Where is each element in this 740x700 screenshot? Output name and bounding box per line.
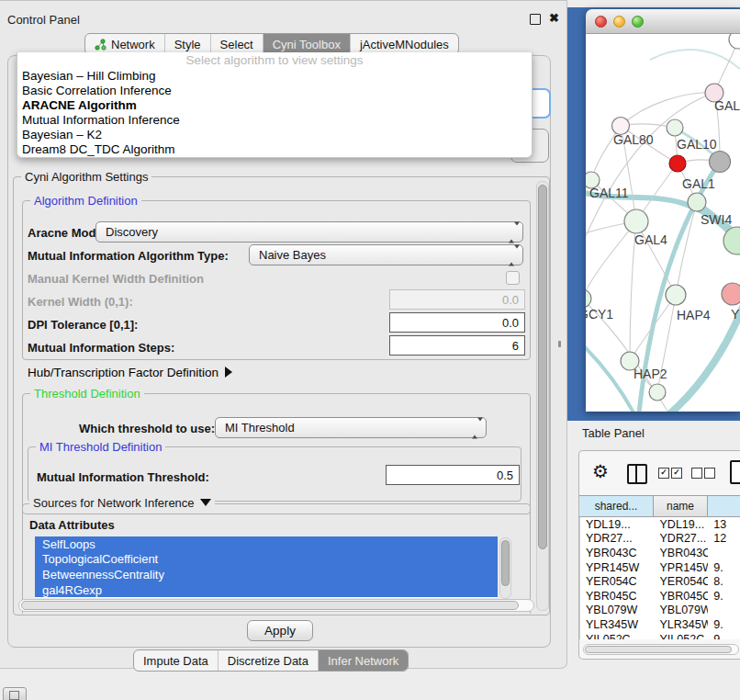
mi-threshold-group-title: MI Threshold Definition: [36, 440, 165, 454]
node-swi4[interactable]: [688, 193, 706, 211]
table-row[interactable]: YER054CYER054C8.: [580, 574, 740, 589]
network-canvas[interactable]: GALGAL80GAL10GAL1GAL11SWI4GAL4GCY1HAP4YH…: [586, 34, 740, 412]
sources-group-title[interactable]: Sources for Network Inference: [29, 496, 215, 510]
expanded-arrow-icon: [200, 499, 211, 506]
node-gcy1-label: GCY1: [586, 307, 613, 322]
network-window-titlebar[interactable]: [586, 9, 740, 34]
close-traffic-light-icon[interactable]: [595, 16, 607, 28]
mi-steps-label: Mutual Information Steps:: [28, 341, 174, 355]
table-row[interactable]: YDR27...YDR27...12: [580, 532, 740, 547]
node-gal10[interactable]: [667, 119, 683, 136]
control-panel-title: Control Panel: [7, 13, 80, 27]
node-gal1[interactable]: [669, 155, 686, 172]
table-cell: YDL19...: [580, 518, 655, 531]
kernel-width-field[interactable]: 0.0: [389, 289, 525, 310]
table-mode-gear-icon[interactable]: ⚙: [592, 460, 609, 482]
hub-definition-toggle[interactable]: Hub/Transcription Factor Definition: [28, 366, 232, 379]
attribute-item-selected[interactable]: SelfLoops: [35, 536, 498, 552]
node-salmon-label: Y: [731, 307, 740, 322]
table-row[interactable]: YDL19...YDL19...13: [580, 517, 740, 532]
show-columns-icon[interactable]: [627, 464, 647, 484]
close-icon[interactable]: ✖: [549, 11, 559, 25]
node-top-partial[interactable]: [729, 34, 740, 49]
mi-threshold-field[interactable]: 0.5: [386, 465, 520, 485]
minimize-traffic-light-icon[interactable]: [613, 16, 625, 28]
column-header-name[interactable]: name: [654, 496, 708, 516]
tab-network-label: Network: [111, 38, 155, 51]
dropdown-item[interactable]: Bayesian – Hill Climbing: [17, 69, 532, 84]
node-gal7-label: GAL: [714, 98, 740, 113]
table-cell: YPR145W: [580, 561, 655, 574]
minimized-panel-button[interactable]: [3, 687, 27, 700]
dropdown-item[interactable]: Mutual Information Inference: [17, 113, 532, 128]
tab-discretize-data[interactable]: Discretize Data: [218, 650, 318, 671]
table-cell: YBR045C: [580, 590, 655, 603]
tab-select[interactable]: Select: [210, 34, 263, 54]
new-table-icon[interactable]: [730, 460, 740, 484]
table-hscrollbar[interactable]: [583, 644, 739, 655]
table-row[interactable]: YBL079WYBL079W: [580, 604, 740, 618]
mi-type-combo[interactable]: Naive Bayes: [249, 244, 523, 265]
tab-network[interactable]: Network: [85, 34, 164, 54]
settings-group-title: Cyni Algorithm Settings: [21, 170, 151, 184]
algorithm-definition-title: Algorithm Definition: [30, 194, 141, 208]
threshold-definition-title: Threshold Definition: [30, 387, 144, 401]
table-cell: YBL079W: [580, 604, 655, 616]
dropdown-item[interactable]: Dream8 DC_TDC Algorithm: [17, 142, 532, 157]
table-row[interactable]: YIL052CYIL052C9: [580, 632, 740, 639]
float-window-icon[interactable]: [530, 14, 541, 25]
settings-hscrollbar[interactable]: [18, 599, 534, 612]
column-header-partial[interactable]: [708, 496, 740, 516]
dropdown-item[interactable]: ARACNE Algorithm: [17, 98, 532, 113]
attribute-item-selected[interactable]: BetweennessCentrality: [35, 567, 498, 582]
table-cell: YDL19...: [655, 518, 709, 531]
apply-button[interactable]: Apply: [247, 620, 313, 641]
column-header-shared-name[interactable]: shared...: [579, 496, 654, 516]
table-cell: 13: [708, 518, 740, 531]
select-all-icon[interactable]: ✓: [671, 468, 682, 479]
dropdown-item[interactable]: Basic Correlation Inference: [17, 84, 532, 98]
deselect-all-icon[interactable]: [704, 468, 715, 479]
kernel-width-label: Kernel Width (0,1):: [28, 295, 133, 309]
node-bottom-partial[interactable]: [649, 384, 666, 401]
splitter-handle[interactable]: [558, 341, 561, 347]
table-row[interactable]: YPR145WYPR145W9.: [580, 560, 740, 575]
node-gray[interactable]: [710, 152, 731, 173]
table-row[interactable]: YLR345WYLR345W9.: [580, 617, 740, 632]
settings-scrollbar[interactable]: [536, 181, 549, 611]
table-hscrollbar-thumb[interactable]: [585, 646, 732, 653]
dropdown-item[interactable]: Bayesian – K2: [17, 128, 532, 142]
dpi-tolerance-label: DPI Tolerance [0,1]:: [28, 318, 138, 332]
table-cell: YBL079W: [655, 604, 709, 616]
table-cell: 9.: [708, 561, 740, 574]
table-row[interactable]: YBR043CYBR043C: [580, 546, 740, 560]
select-all-icon[interactable]: ✓: [658, 468, 669, 479]
network-icon: [95, 39, 107, 51]
tab-impute-data[interactable]: Impute Data: [134, 650, 218, 671]
settings-scrollbar-thumb[interactable]: [538, 185, 547, 549]
settings-hscrollbar-thumb[interactable]: [21, 601, 519, 610]
mi-steps-field[interactable]: 6: [389, 335, 525, 356]
manual-kernel-checkbox[interactable]: [506, 271, 520, 285]
tab-style[interactable]: Style: [164, 34, 210, 54]
node-gcy1[interactable]: [586, 289, 591, 308]
attribute-item-selected[interactable]: TopologicalCoefficient: [35, 552, 498, 568]
cyni-bottom-tabbar: Impute Data Discretize Data Infer Networ…: [133, 649, 409, 672]
node-salmon[interactable]: [722, 283, 740, 305]
tab-jactivemnodules[interactable]: jActiveMNodules: [350, 34, 458, 54]
node-hap4[interactable]: [666, 285, 686, 305]
attributes-scrollbar[interactable]: [499, 537, 511, 599]
attributes-scrollbar-thumb[interactable]: [501, 540, 510, 586]
deselect-all-icon[interactable]: [691, 468, 702, 479]
table-cell: YER054C: [580, 575, 655, 588]
aracne-mode-combo[interactable]: Discovery: [95, 221, 523, 243]
tab-cyni-toolbox[interactable]: Cyni Toolbox: [263, 34, 350, 54]
network-nodes: GALGAL80GAL10GAL1GAL11SWI4GAL4GCY1HAP4YH…: [586, 34, 740, 401]
attribute-item-selected[interactable]: gal4RGexp: [35, 582, 498, 598]
node-gal4[interactable]: [624, 209, 648, 233]
table-row[interactable]: YBR045CYBR045C9.: [580, 589, 740, 604]
which-threshold-combo[interactable]: MI Threshold: [215, 417, 487, 438]
tab-infer-network[interactable]: Infer Network: [318, 650, 408, 671]
zoom-traffic-light-icon[interactable]: [632, 16, 644, 28]
dpi-tolerance-field[interactable]: 0.0: [389, 312, 525, 333]
